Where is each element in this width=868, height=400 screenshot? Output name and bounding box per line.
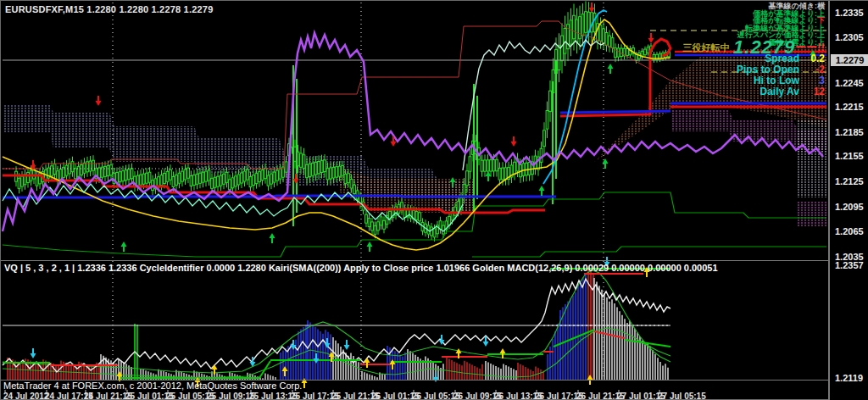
price-tick: 1.2125 (835, 176, 864, 186)
copyright-text: MetaTrader 4 at FOREX.com, c 2001-2012, … (3, 381, 302, 391)
price-tick: 1.2185 (835, 127, 864, 137)
price-tick: 1.2155 (835, 151, 864, 161)
price-tick: 1.2215 (835, 102, 864, 112)
stat-row-daily-av: Daily Av12 (737, 86, 825, 97)
time-label: 24 Jul 2012 (3, 392, 48, 400)
indicator-header: VQ | 5 , 3 , 2 , 1 | 1.2336 1.2336 Cycle… (4, 263, 718, 273)
sub-price-tick: 1.2357 (835, 260, 864, 270)
time-axis[interactable]: 24 Jul 201224 Jul 17:1524 Jul 21:1525 Ju… (1, 391, 829, 400)
price-tick: 1.2095 (835, 202, 864, 212)
vq-indicator-panel-graphics (3, 269, 670, 380)
price-tick: 1.2335 (835, 8, 864, 18)
symbol-title: EURUSDFXF,M15 1.2280 1.2280 1.2278 1.227… (5, 4, 213, 14)
price-tick: 1.2065 (835, 226, 864, 236)
ichimoku-clouds (3, 47, 826, 226)
sub-price-tick: 1.2119 (835, 373, 863, 383)
price-axis[interactable]: 1.23351.23051.22451.22151.21851.21551.21… (829, 1, 868, 400)
price-alert-suffix: ーー!! (795, 41, 825, 53)
current-price-box: 1.2279 (831, 54, 868, 66)
price-tick: 1.2305 (835, 32, 864, 42)
time-label: 25 Jul 09:15 (207, 392, 255, 400)
pip-stats-panel: Spread0.2Pips to Open-2Hi to Low3Daily A… (737, 53, 825, 97)
time-label: 27 Jul 05:15 (658, 392, 706, 400)
mt4-chart-window: EURUSDFXF,M15 1.2280 1.2280 1.2278 1.227… (0, 0, 868, 400)
sanyaku-signal-label: 三役好転中 (683, 42, 730, 53)
price-tick: 1.2245 (835, 78, 864, 88)
